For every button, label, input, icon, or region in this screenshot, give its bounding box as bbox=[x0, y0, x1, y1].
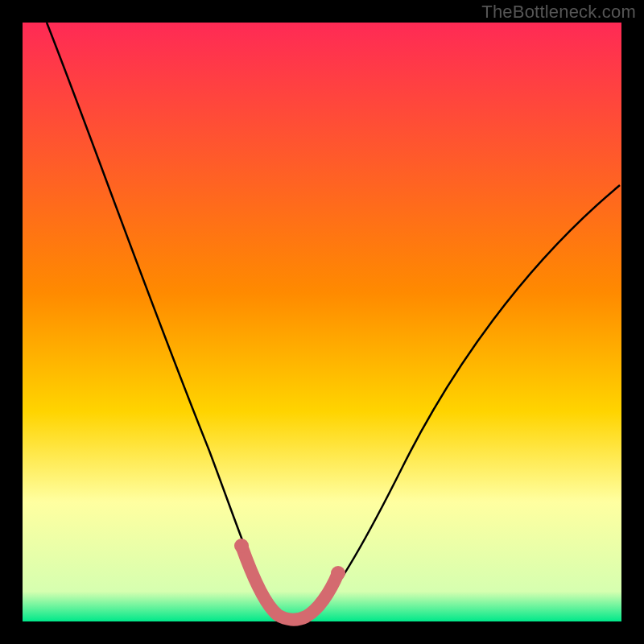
watermark-text: TheBottleneck.com bbox=[481, 2, 636, 23]
plot-area bbox=[23, 23, 621, 621]
chart-frame: TheBottleneck.com bbox=[0, 0, 644, 644]
chart-svg bbox=[0, 0, 644, 644]
sweet-spot-dot-right bbox=[331, 566, 345, 580]
sweet-spot-dot-left bbox=[234, 539, 249, 553]
